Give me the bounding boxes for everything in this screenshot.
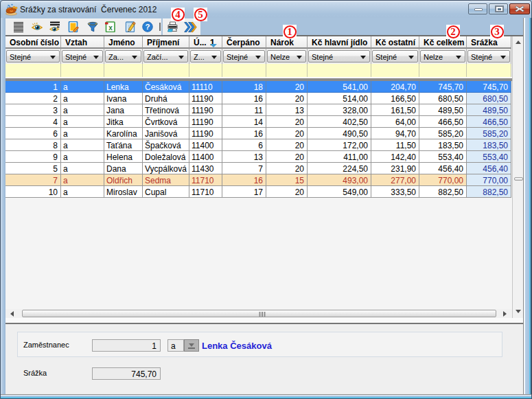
- svg-text:?: ?: [145, 23, 150, 31]
- svg-text:x: x: [108, 24, 113, 32]
